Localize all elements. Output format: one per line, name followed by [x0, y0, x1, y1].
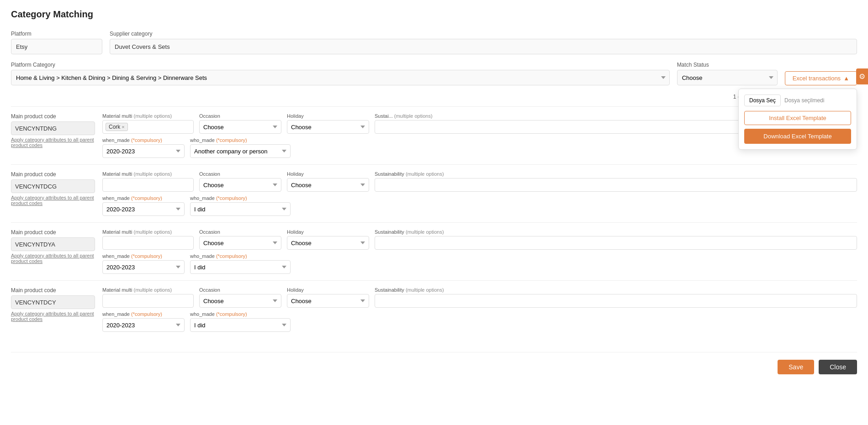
who-made-label-0: who_made (*compulsory) [190, 137, 291, 143]
apply-link-0[interactable]: Apply category attributes to all parent … [11, 137, 95, 148]
sustainability-input-1[interactable] [375, 178, 857, 192]
holiday-group-0: Holiday Choose [287, 113, 369, 134]
page-title: Category Matching [11, 9, 857, 20]
occasion-select-0[interactable]: Choose [199, 120, 281, 134]
product-code-input-1[interactable] [11, 179, 95, 193]
product-fields-3: Material multi (multiple options) Occasi… [102, 287, 857, 332]
when-made-group-2: when_made (*compulsory) 2020-2023 [102, 253, 185, 274]
when-made-label-1: when_made (*compulsory) [102, 195, 185, 201]
material-label-1: Material multi (multiple options) [102, 171, 194, 177]
excel-transactions-button[interactable]: Excel transactions ▲ [785, 71, 857, 85]
who-made-select-1[interactable]: I did [190, 202, 291, 216]
dosya-sec-button[interactable]: Dosya Seç [744, 94, 781, 106]
product-code-label-3: Main product code [11, 287, 95, 294]
material-text-input-1[interactable] [106, 182, 191, 188]
apply-link-2[interactable]: Apply category attributes to all parent … [11, 253, 95, 264]
gear-icon-button[interactable]: ⚙ [856, 68, 868, 84]
supplier-input[interactable] [110, 39, 857, 54]
holiday-label-1: Holiday [287, 171, 369, 177]
holiday-select-0[interactable]: Choose [287, 120, 369, 134]
material-group-0: Material multi (multiple options) Cork × [102, 113, 194, 134]
material-group-1: Material multi (multiple options) [102, 171, 194, 192]
when-made-select-0[interactable]: 2020-2023 [102, 144, 185, 158]
occasion-group-1: Occasion Choose [199, 171, 281, 192]
material-input-1[interactable] [102, 178, 194, 192]
occasion-label-2: Occasion [199, 229, 281, 235]
who-made-label-1: who_made (*compulsory) [190, 195, 291, 201]
occasion-select-1[interactable]: Choose [199, 178, 281, 192]
occasion-group-2: Occasion Choose [199, 229, 281, 250]
product-fields-2: Material multi (multiple options) Occasi… [102, 229, 857, 274]
material-text-input-2[interactable] [106, 240, 191, 246]
when-made-group-1: when_made (*compulsory) 2020-2023 [102, 195, 185, 216]
who-made-select-0[interactable]: Another company or person [190, 144, 291, 158]
when-made-select-3[interactable]: 2020-2023 [102, 318, 185, 332]
who-made-select-2[interactable]: I did [190, 260, 291, 274]
product-left-2: Main product code Apply category attribu… [11, 229, 102, 274]
material-group-3: Material multi (multiple options) [102, 287, 194, 308]
material-label-2: Material multi (multiple options) [102, 229, 194, 235]
when-made-select-1[interactable]: 2020-2023 [102, 202, 185, 216]
holiday-label-3: Holiday [287, 287, 369, 293]
sustainability-group-3: Sustainability (multiple options) [375, 287, 857, 308]
product-code-label-2: Main product code [11, 229, 95, 236]
holiday-select-1[interactable]: Choose [287, 178, 369, 192]
tag-remove[interactable]: × [122, 124, 124, 130]
platform-label: Platform [11, 31, 102, 37]
holiday-label-0: Holiday [287, 113, 369, 119]
who-made-label-3: who_made (*compulsory) [190, 311, 291, 317]
when-made-label-2: when_made (*compulsory) [102, 253, 185, 259]
dosya-secilmedi-text: Dosya seçilmedi [784, 97, 824, 104]
material-text-input-0[interactable] [130, 124, 191, 130]
product-row-0: Main product code Apply category attribu… [11, 106, 857, 164]
material-label-3: Material multi (multiple options) [102, 287, 194, 293]
when-made-label-0: when_made (*compulsory) [102, 137, 185, 143]
material-text-input-3[interactable] [106, 298, 191, 304]
material-input-3[interactable] [102, 294, 194, 308]
when-made-label-3: when_made (*compulsory) [102, 311, 185, 317]
when-made-group-0: when_made (*compulsory) 2020-2023 [102, 137, 185, 158]
product-code-label-0: Main product code [11, 113, 95, 120]
material-input-0[interactable]: Cork × [102, 120, 194, 134]
who-made-select-3[interactable]: I did [190, 318, 291, 332]
holiday-group-1: Holiday Choose [287, 171, 369, 192]
apply-link-1[interactable]: Apply category attributes to all parent … [11, 195, 95, 206]
platform-category-select[interactable]: Home & Living > Kitchen & Dining > Dinin… [11, 70, 670, 85]
holiday-select-2[interactable]: Choose [287, 236, 369, 250]
who-made-group-0: who_made (*compulsory) Another company o… [190, 137, 291, 158]
match-status-select[interactable]: Choose [677, 70, 778, 85]
occasion-label-0: Occasion [199, 113, 281, 119]
supplier-label: Supplier category [110, 31, 857, 37]
apply-link-3[interactable]: Apply category attributes to all parent … [11, 311, 95, 322]
sustainability-label-2: Sustainability (multiple options) [375, 229, 857, 235]
when-made-group-3: when_made (*compulsory) 2020-2023 [102, 311, 185, 332]
download-excel-button[interactable]: Download Excel Template [744, 129, 851, 144]
product-code-input-2[interactable] [11, 237, 95, 251]
chevron-up-icon: ▲ [843, 75, 849, 82]
occasion-label-1: Occasion [199, 171, 281, 177]
sustainability-input-3[interactable] [375, 294, 857, 308]
platform-category-label: Platform Category [11, 62, 670, 68]
material-tag: Cork × [106, 123, 128, 131]
product-row-2: Main product code Apply category attribu… [11, 222, 857, 280]
occasion-select-3[interactable]: Choose [199, 294, 281, 308]
platform-input[interactable] [11, 39, 102, 54]
holiday-label-2: Holiday [287, 229, 369, 235]
product-code-input-3[interactable] [11, 295, 95, 309]
excel-transactions-label: Excel transactions [793, 75, 841, 82]
install-excel-button[interactable]: Install Excel Template [744, 111, 851, 125]
occasion-select-2[interactable]: Choose [199, 236, 281, 250]
when-made-select-2[interactable]: 2020-2023 [102, 260, 185, 274]
product-code-input-0[interactable] [11, 121, 95, 135]
save-button[interactable]: Save [778, 360, 814, 374]
material-input-2[interactable] [102, 236, 194, 250]
product-left-3: Main product code Apply category attribu… [11, 287, 102, 332]
product-row-3: Main product code Apply category attribu… [11, 280, 857, 338]
close-button[interactable]: Close [819, 360, 857, 374]
who-made-group-3: who_made (*compulsory) I did [190, 311, 291, 332]
holiday-select-3[interactable]: Choose [287, 294, 369, 308]
sustainability-label-1: Sustainability (multiple options) [375, 171, 857, 177]
material-label-0: Material multi (multiple options) [102, 113, 194, 119]
sustainability-group-1: Sustainability (multiple options) [375, 171, 857, 192]
sustainability-input-2[interactable] [375, 236, 857, 250]
